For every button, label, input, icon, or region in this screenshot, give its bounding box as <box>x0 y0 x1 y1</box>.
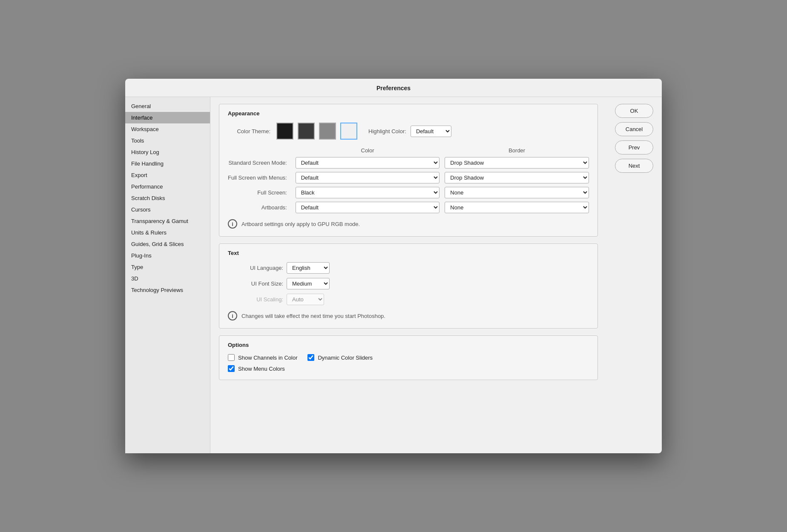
preferences-dialog: Preferences GeneralInterfaceWorkspaceToo… <box>125 79 662 453</box>
main-content: Appearance Color Theme: Highlight Color:… <box>210 97 606 453</box>
appearance-info-text: Artboard settings only apply to GPU RGB … <box>241 221 360 227</box>
sidebar-item-transparency---gamut[interactable]: Transparency & Gamut <box>125 215 210 227</box>
sidebar-item-performance[interactable]: Performance <box>125 181 210 192</box>
sidebar-item-type[interactable]: Type <box>125 261 210 273</box>
appearance-section: Appearance Color Theme: Highlight Color:… <box>219 104 598 237</box>
text-form: UI Language: English French German UI Fo… <box>228 262 589 305</box>
options-section: Options Show Channels in Color Dynamic C… <box>219 335 598 380</box>
highlight-color-select[interactable]: Default Blue Red Green <box>411 126 451 137</box>
color-theme-label: Color Theme: <box>228 128 270 134</box>
ui-font-size-label: UI Font Size: <box>228 280 283 287</box>
dynamic-color-sliders-checkbox[interactable] <box>307 354 314 361</box>
prev-button[interactable]: Prev <box>615 140 653 154</box>
show-channels-checkbox-item[interactable]: Show Channels in Color <box>228 354 297 361</box>
ui-language-label: UI Language: <box>228 265 283 271</box>
full-screen-menus-border-select[interactable]: Drop Shadow None Line <box>445 172 589 183</box>
theme-swatch-dark[interactable] <box>298 123 315 140</box>
text-info-text: Changes will take effect the next time y… <box>241 313 385 319</box>
standard-screen-color-select[interactable]: Default Black White <box>296 157 440 169</box>
text-legend: Text <box>228 250 589 256</box>
sidebar-item-general[interactable]: General <box>125 100 210 112</box>
sidebar-item-export[interactable]: Export <box>125 169 210 181</box>
sidebar-item-file-handling[interactable]: File Handling <box>125 158 210 169</box>
show-menu-colors-checkbox[interactable] <box>228 365 235 372</box>
full-screen-menus-color-select[interactable]: Default Black White <box>296 172 440 183</box>
sidebar-item-scratch-disks[interactable]: Scratch Disks <box>125 192 210 204</box>
sidebar-item-workspace[interactable]: Workspace <box>125 123 210 135</box>
sidebar-item-history-log[interactable]: History Log <box>125 146 210 158</box>
highlight-color-label: Highlight Color: <box>368 128 406 134</box>
sidebar-item-tools[interactable]: Tools <box>125 135 210 146</box>
text-section: Text UI Language: English French German … <box>219 243 598 329</box>
sidebar-item-units---rulers[interactable]: Units & Rulers <box>125 227 210 238</box>
options-row-2: Show Menu Colors <box>228 365 589 372</box>
ok-button[interactable]: OK <box>615 104 653 118</box>
theme-swatch-medium[interactable] <box>319 123 336 140</box>
sidebar-item-technology-previews[interactable]: Technology Previews <box>125 284 210 296</box>
full-screen-border-select[interactable]: None Drop Shadow Line <box>445 187 589 198</box>
full-screen-label: Full Screen: <box>228 189 290 196</box>
artboards-color-select[interactable]: Default Black White <box>296 202 440 213</box>
full-screen-color-select[interactable]: Black Default White <box>296 187 440 198</box>
sidebar-item-interface[interactable]: Interface <box>125 112 210 123</box>
artboards-border-select[interactable]: None Drop Shadow Line <box>445 202 589 213</box>
appearance-info-row: i Artboard settings only apply to GPU RG… <box>228 219 589 229</box>
show-menu-colors-label: Show Menu Colors <box>238 366 285 372</box>
next-button[interactable]: Next <box>615 159 653 173</box>
standard-screen-border-select[interactable]: Drop Shadow None Line <box>445 157 589 169</box>
col-header-border: Border <box>445 147 589 154</box>
sidebar-item-3d[interactable]: 3D <box>125 273 210 284</box>
dynamic-color-sliders-label: Dynamic Color Sliders <box>318 355 373 361</box>
ui-scaling-select[interactable]: Auto 100% 150% <box>287 294 324 305</box>
show-channels-label: Show Channels in Color <box>238 355 297 361</box>
cancel-button[interactable]: Cancel <box>615 122 653 136</box>
options-row-1: Show Channels in Color Dynamic Color Sli… <box>228 354 589 361</box>
sidebar-item-cursors[interactable]: Cursors <box>125 204 210 215</box>
theme-swatch-black[interactable] <box>276 123 293 140</box>
screen-mode-grid: Color Border Standard Screen Mode: Defau… <box>228 147 589 213</box>
theme-swatch-light[interactable] <box>340 123 357 140</box>
sidebar-item-guides--grid---slices[interactable]: Guides, Grid & Slices <box>125 238 210 250</box>
show-channels-checkbox[interactable] <box>228 354 235 361</box>
dialog-title: Preferences <box>125 79 662 97</box>
info-icon: i <box>228 219 237 229</box>
show-menu-colors-checkbox-item[interactable]: Show Menu Colors <box>228 365 285 372</box>
color-theme-row: Color Theme: Highlight Color: Default Bl… <box>228 123 589 140</box>
options-legend: Options <box>228 342 589 348</box>
text-info-icon: i <box>228 311 237 320</box>
ui-language-select[interactable]: English French German <box>287 262 330 274</box>
col-header-color: Color <box>296 147 440 154</box>
text-info-row: i Changes will take effect the next time… <box>228 311 589 320</box>
artboards-label: Artboards: <box>228 204 290 211</box>
ui-font-size-select[interactable]: Small Medium Large <box>287 278 330 289</box>
sidebar-item-plug-ins[interactable]: Plug-Ins <box>125 250 210 261</box>
appearance-legend: Appearance <box>228 110 589 117</box>
standard-screen-label: Standard Screen Mode: <box>228 160 290 166</box>
dialog-body: GeneralInterfaceWorkspaceToolsHistory Lo… <box>125 97 662 453</box>
full-screen-menus-label: Full Screen with Menus: <box>228 174 290 181</box>
right-buttons: OK Cancel Prev Next <box>606 97 662 453</box>
sidebar: GeneralInterfaceWorkspaceToolsHistory Lo… <box>125 97 210 453</box>
ui-scaling-label: UI Scaling: <box>228 296 283 303</box>
dynamic-color-sliders-checkbox-item[interactable]: Dynamic Color Sliders <box>307 354 373 361</box>
options-grid: Show Channels in Color Dynamic Color Sli… <box>228 354 589 372</box>
